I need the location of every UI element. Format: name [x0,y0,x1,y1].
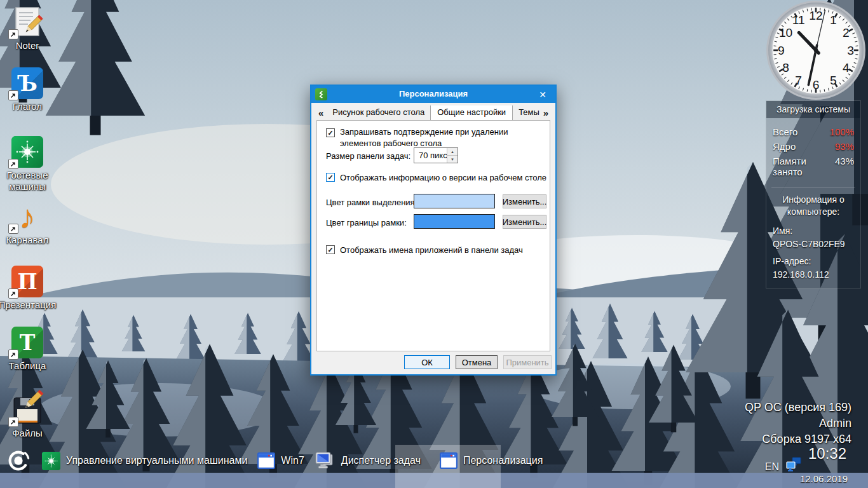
desktop-icon-noter[interactable]: Noter [3,6,52,51]
svg-text:10: 10 [779,26,792,39]
task-personalization[interactable]: Персонализация [440,449,543,472]
desktop-icon-files[interactable]: Файлы [3,394,52,439]
show-version-checkbox[interactable]: ✓ [326,173,335,182]
svg-text:7: 7 [795,74,802,87]
tab-general-settings[interactable]: Общие настройки [430,105,513,120]
metric-value: 43% [835,156,854,177]
task-vm-manager[interactable]: Управление виртуальными машинами [42,449,247,472]
taskbar-size-value[interactable]: 70 пикс [419,151,447,160]
presentation-icon: П [11,266,43,297]
dialog-tab-bar: « Рисунок рабочего стола Общие настройки… [315,105,552,120]
desktop-icon-guest-machines[interactable]: Гостевые машины [3,136,52,193]
floppy-disk-icon [11,394,43,426]
table-icon: Т [11,327,43,358]
computer-name: Имя: QPOS-C7B02FE9 [766,220,860,251]
desktop-icon-label: Карнавал [6,234,49,246]
close-icon[interactable]: ✕ [536,88,549,101]
widget-divider [771,187,855,187]
dialog-title: Персонализация [330,89,536,98]
network-icon[interactable] [785,457,802,472]
desktop-icon-presentation[interactable]: П Презентация [3,266,52,311]
task-label: Диспетчер задач [341,455,421,466]
desktop-icon-label: Файлы [12,428,43,439]
music-note-icon: ♪ [11,201,43,233]
computer-info-title: Информация о компьютере: [766,191,860,220]
shortcut-arrow-icon [8,349,18,360]
system-widgets-panel: Загрузка системы Всего 100% Ядро 93% Пам… [766,100,861,288]
task-label: Win7 [281,455,304,466]
border-color-swatch [414,214,495,229]
task-win7[interactable]: Win7 [257,449,304,472]
desktop-icon-label: Презентация [0,299,56,311]
start-button[interactable] [6,449,31,472]
dialog-content: ✓ Запрашивать подтверждение при удалении… [316,120,550,351]
desktop-icon-karnaval[interactable]: ♪ Карнавал [3,201,52,246]
start-logo-icon [6,449,31,473]
spin-up-icon[interactable]: ▲ [447,148,458,156]
system-load-row-total: Всего 100% [766,125,860,139]
system-load-row-kernel: Ядро 93% [766,139,860,154]
os-name-version: QP ОС (версия 169) [745,400,851,416]
taskbar-size-spinner[interactable]: 70 пикс ▲ ▼ [414,147,458,163]
task-task-manager[interactable]: Диспетчер задач [315,449,421,472]
os-version-info: QP ОС (версия 169) Admin Сборка 9197 x64 [745,400,851,447]
os-user: Admin [745,416,851,431]
show-version-label: Отображать информацию о версии на рабоче… [340,172,546,184]
apply-button[interactable]: Применить [503,355,552,369]
tab-desktop-picture[interactable]: Рисунок рабочего стола [327,105,430,120]
tray-date[interactable]: 12.06.2019 [800,473,848,484]
desktop-icon-label: Глагол [13,101,42,112]
tab-scroll-right-icon[interactable]: » [540,107,552,120]
svg-text:8: 8 [782,61,789,74]
app-icon [315,88,327,100]
dialog-titlebar[interactable]: Персонализация ✕ [311,86,555,103]
desktop-icon-table[interactable]: Т Таблица [3,327,52,372]
show-app-names-checkbox[interactable]: ✓ [326,245,335,254]
metric-label: Ядро [773,141,796,152]
shortcut-arrow-icon [8,90,18,100]
metric-value: 93% [835,141,854,152]
task-label: Персонализация [463,455,543,466]
spin-down-icon[interactable]: ▼ [447,156,458,163]
virtual-machines-icon [11,136,43,168]
ip-value: 192.168.0.112 [773,268,854,281]
ok-button[interactable]: ОК [404,355,450,369]
shortcut-arrow-icon [8,159,18,169]
metric-value: 100% [830,126,854,137]
border-color-label: Цвет границы рамки: [326,217,407,229]
metric-label: Всего [773,126,797,137]
desktop: Noter Ъ Глагол Гостевые машины ♪ Карнава… [0,0,868,488]
confirm-delete-checkbox[interactable]: ✓ [326,128,335,137]
computer-name-label: Имя: [773,224,854,238]
window-icon [257,452,275,469]
cancel-button[interactable]: Отмена [456,355,498,369]
metric-label: Памяти занято [773,156,835,177]
selection-color-label: Цвет рамки выделения: [326,197,417,208]
confirm-delete-label: Запрашивать подтверждение при удалении э… [340,126,537,149]
change-selection-color-button[interactable]: Изменить... [503,194,546,208]
analog-clock-widget: 123456789101112 [764,0,868,102]
svg-text:12: 12 [809,9,822,22]
glagol-icon: Ъ [11,67,43,99]
computer-icon [315,452,336,470]
system-load-title: Загрузка системы [766,101,860,118]
tray-clock[interactable]: 10:32 [808,445,846,463]
change-border-color-button[interactable]: Изменить... [503,215,546,229]
desktop-icon-label: Гостевые машины [3,170,52,193]
desktop-icon-glagol[interactable]: Ъ Глагол [3,67,52,112]
task-label: Управление виртуальными машинами [66,455,247,466]
desktop-icon-label: Таблица [9,360,46,372]
personalization-dialog: Персонализация ✕ « Рисунок рабочего стол… [310,85,557,376]
virtual-machines-icon [42,452,60,470]
shortcut-arrow-icon [8,417,18,427]
system-load-row-memory: Памяти занято 43% [766,154,860,179]
taskbar-size-label: Размер панели задач: [326,151,410,162]
svg-text:3: 3 [847,44,854,57]
language-indicator[interactable]: EN [765,461,779,473]
window-icon [440,452,458,469]
svg-text:2: 2 [843,26,850,39]
tab-scroll-left-icon[interactable]: « [315,107,327,120]
svg-text:11: 11 [792,13,805,27]
shortcut-arrow-icon [8,288,18,299]
ip-label: IP-адрес: [773,255,854,268]
